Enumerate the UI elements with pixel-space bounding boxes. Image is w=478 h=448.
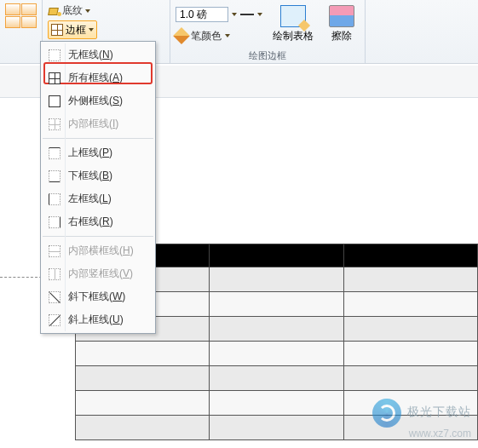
watermark: 极光下载站 www.xz7.com <box>372 399 471 439</box>
inside-vertical-icon <box>48 267 61 281</box>
menu-item-bottom-border[interactable]: 下框线(B) <box>41 164 155 187</box>
pen-icon <box>173 27 190 44</box>
no-border-icon <box>48 49 61 62</box>
borders-dropdown-menu: 无框线(N) 所有框线(A) 外侧框线(S) 内部框线(I) 上框线(P) 下框… <box>40 41 156 334</box>
eraser-button[interactable]: 擦除 <box>324 3 360 45</box>
menu-item-right-border[interactable]: 右框线(R) <box>41 210 155 233</box>
all-borders-icon <box>48 72 61 85</box>
menu-item-inside-vertical[interactable]: 内部竖框线(V) <box>41 262 155 285</box>
inside-horizontal-icon <box>48 244 61 258</box>
draw-table-label: 绘制表格 <box>273 29 314 43</box>
pen-color-select[interactable]: 笔颜色 <box>176 26 262 45</box>
pen-color-label: 笔颜色 <box>191 29 222 43</box>
borders-split-button[interactable]: 边框 <box>48 20 97 39</box>
chevron-down-icon <box>89 28 94 32</box>
border-label: 边框 <box>66 23 86 37</box>
watermark-logo-icon <box>372 399 401 428</box>
watermark-url: www.xz7.com <box>409 428 471 439</box>
diagonal-down-icon <box>48 290 61 304</box>
shading-label: 底纹 <box>62 3 83 18</box>
bottom-border-icon <box>48 169 61 183</box>
chevron-down-icon <box>257 13 262 16</box>
menu-item-all-borders[interactable]: 所有框线(A) <box>41 66 155 89</box>
line-weight-select[interactable]: 1.0 磅 <box>176 5 262 24</box>
menu-item-inside-horizontal[interactable]: 内部横框线(H) <box>41 239 155 262</box>
right-border-icon <box>48 215 61 229</box>
eraser-icon <box>329 5 354 27</box>
inside-borders-icon <box>48 118 61 131</box>
diagonal-up-icon <box>48 313 61 327</box>
menu-item-outside-borders[interactable]: 外侧框线(S) <box>41 89 155 112</box>
draw-table-icon <box>280 5 306 27</box>
shading-dropdown[interactable]: 底纹 <box>48 3 90 18</box>
top-border-icon <box>48 146 61 160</box>
left-border-icon <box>48 192 61 206</box>
group-label-drawborders: 绘图边框 <box>176 49 360 61</box>
outside-borders-icon <box>48 95 61 108</box>
table-style-swatches[interactable] <box>5 3 37 28</box>
menu-item-diagonal-down[interactable]: 斜下框线(W) <box>41 285 155 308</box>
bucket-icon <box>48 5 60 17</box>
menu-item-diagonal-up[interactable]: 斜上框线(U) <box>41 308 155 331</box>
menu-item-left-border[interactable]: 左框线(L) <box>41 187 155 210</box>
menu-item-no-border[interactable]: 无框线(N) <box>41 43 155 66</box>
line-weight-value: 1.0 磅 <box>180 8 207 22</box>
watermark-brand: 极光下载站 <box>407 405 471 418</box>
chevron-down-icon <box>85 9 90 13</box>
chevron-down-icon <box>232 13 237 16</box>
chevron-down-icon <box>225 34 230 37</box>
menu-item-top-border[interactable]: 上框线(P) <box>41 141 155 164</box>
eraser-label: 擦除 <box>331 29 352 43</box>
menu-item-inside-borders[interactable]: 内部框线(I) <box>41 112 155 135</box>
draw-table-button[interactable]: 绘制表格 <box>268 3 319 45</box>
grid-icon <box>51 24 63 36</box>
